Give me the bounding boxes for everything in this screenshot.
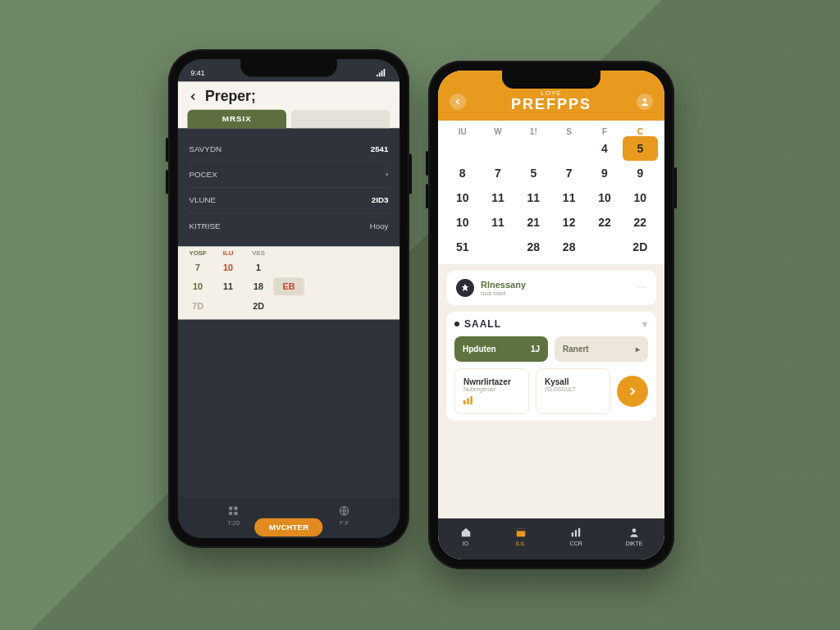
day-cell[interactable]: 8 <box>445 161 480 185</box>
svg-rect-3 <box>235 512 238 515</box>
cal-cell[interactable] <box>334 297 364 315</box>
day-cell[interactable]: 28 <box>516 235 551 259</box>
day-cell[interactable] <box>480 235 515 259</box>
nav-item[interactable]: T:20 <box>227 505 240 527</box>
volume-down-button[interactable] <box>166 170 168 194</box>
svg-point-5 <box>643 98 646 102</box>
svg-rect-8 <box>470 396 472 404</box>
info-card[interactable]: Nwnrlirtazer Nubergeroer <box>454 368 529 414</box>
dot-icon: • <box>386 170 388 179</box>
day-cell[interactable]: 22 <box>623 210 658 235</box>
list-item[interactable]: POCEX • <box>189 162 388 187</box>
phone-a-screen: 9:41 Preper; MRSIX S <box>178 59 399 538</box>
info-card[interactable]: Kysall ISLOSSULT <box>536 368 610 414</box>
cal-cell[interactable] <box>364 258 395 276</box>
stat-card[interactable]: Hpduten 1J <box>454 336 548 362</box>
bars-icon <box>463 395 480 405</box>
volume-up-button[interactable] <box>166 138 168 162</box>
day-cell[interactable]: 9 <box>587 161 622 185</box>
day-cell[interactable]: 12 <box>551 210 587 235</box>
cal-cell[interactable] <box>213 297 244 315</box>
cal-cell[interactable]: 1 <box>244 258 274 276</box>
cal-cell[interactable]: 18 <box>244 278 274 296</box>
status-icons <box>376 67 387 79</box>
volume-down-button[interactable] <box>426 184 428 208</box>
list-item[interactable]: SAVYDN 2541 <box>189 136 388 162</box>
day-cell[interactable]: 9 <box>623 161 658 185</box>
svg-rect-2 <box>230 512 233 515</box>
cal-cell[interactable] <box>274 258 304 276</box>
cal-cell[interactable] <box>274 297 304 315</box>
power-button[interactable] <box>674 167 677 208</box>
signal-icon <box>376 67 387 79</box>
cal-cell[interactable]: 2D <box>244 297 274 315</box>
profile-button[interactable] <box>637 94 653 110</box>
event-card[interactable]: Rlnessany noɔ caet ⋯ <box>446 271 656 305</box>
day-cell[interactable]: 2D <box>623 235 658 259</box>
event-sub: noɔ caet <box>481 290 526 297</box>
phone-a-bottombar: T:20 F:F MVCHTER <box>178 497 399 538</box>
svg-rect-1 <box>235 507 238 510</box>
info-sub: Nubergeroer <box>463 386 520 392</box>
day-cell-selected[interactable]: 5 <box>623 136 658 161</box>
stat-card[interactable]: Ranert ▸ <box>555 336 648 362</box>
cal-cell[interactable]: 7 <box>183 258 213 276</box>
cal-cell[interactable] <box>364 297 395 315</box>
phone-a-header: Preper; MRSIX <box>178 81 399 128</box>
day-cell[interactable] <box>445 136 480 161</box>
cal-cell[interactable]: 7D <box>183 297 213 315</box>
list-label: VLUNE <box>189 196 216 205</box>
back-button[interactable] <box>188 91 199 103</box>
day-cell[interactable]: 10 <box>445 185 480 210</box>
fab-button[interactable] <box>617 376 648 407</box>
phone-b-bottombar: IO ILIL CCR DIKTE <box>438 518 664 559</box>
day-cell[interactable]: 7 <box>551 161 587 185</box>
day-cell[interactable]: 7 <box>480 161 515 185</box>
tab-mrsix[interactable]: MRSIX <box>188 110 287 129</box>
cal-cell[interactable] <box>304 297 334 315</box>
day-cell[interactable]: 28 <box>551 235 587 259</box>
cal-cell[interactable]: EB <box>274 278 304 296</box>
back-button[interactable] <box>450 94 466 110</box>
day-cell[interactable]: 11 <box>480 210 515 235</box>
cal-cell[interactable] <box>304 278 334 296</box>
section-title-row[interactable]: SAALL ▾ <box>454 318 648 330</box>
list-item[interactable]: VLUNE 2ID3 <box>189 188 388 213</box>
cal-cell[interactable]: 10 <box>213 258 244 276</box>
day-cell[interactable] <box>587 235 622 259</box>
list-item[interactable]: KITRISE Hooy <box>189 213 388 238</box>
list-value: 2ID3 <box>372 196 389 205</box>
day-cell[interactable] <box>551 136 587 161</box>
day-cell[interactable] <box>516 136 551 161</box>
day-cell[interactable]: 10 <box>623 185 658 210</box>
dots-icon[interactable]: ⋯ <box>637 283 646 294</box>
nav-item[interactable]: DIKTE <box>626 527 643 546</box>
cal-cell[interactable] <box>364 278 395 296</box>
nav-item[interactable]: IO <box>460 527 472 546</box>
day-cell[interactable]: 22 <box>587 210 622 235</box>
cal-cell[interactable] <box>334 258 364 276</box>
cta-button[interactable]: MVCHTER <box>254 518 323 537</box>
day-cell[interactable]: 5 <box>516 161 551 185</box>
power-button[interactable] <box>409 154 412 194</box>
day-cell[interactable]: 10 <box>587 185 622 210</box>
cal-cell[interactable]: 10 <box>183 278 213 296</box>
day-cell[interactable] <box>480 136 515 161</box>
nav-item[interactable]: F:F <box>339 505 350 527</box>
cal-cell[interactable] <box>304 258 334 276</box>
cal-cell[interactable] <box>334 278 364 296</box>
day-cell[interactable]: 4 <box>587 136 622 161</box>
day-cell[interactable]: 10 <box>445 210 480 235</box>
volume-up-button[interactable] <box>426 151 428 176</box>
day-cell[interactable]: 51 <box>445 235 480 259</box>
day-cell[interactable]: 11 <box>516 185 551 210</box>
nav-label: IO <box>463 541 468 546</box>
cal-cell[interactable]: 11 <box>213 278 244 296</box>
svg-rect-11 <box>572 532 573 536</box>
nav-item[interactable]: CCR <box>570 527 582 546</box>
day-cell[interactable]: 21 <box>516 210 551 235</box>
tab-secondary[interactable] <box>291 110 390 129</box>
day-cell[interactable]: 11 <box>480 185 515 210</box>
nav-item[interactable]: ILIL <box>515 527 527 546</box>
day-cell[interactable]: 11 <box>551 185 587 210</box>
